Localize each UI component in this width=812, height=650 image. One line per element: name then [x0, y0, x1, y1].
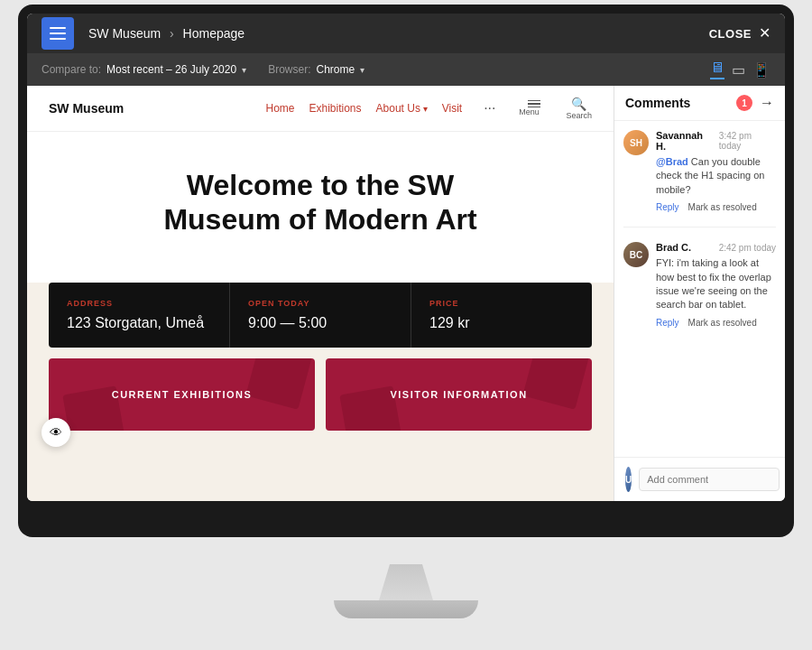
comment1-body: Savannah H. 3:42 pm today @Brad Can you … [656, 130, 776, 212]
comment-divider [623, 227, 776, 228]
nav-search-button[interactable]: 🔍 Search [566, 97, 592, 120]
compare-bar: Compare to: Most recent – 26 July 2020 ▾… [27, 53, 785, 86]
browser-value: Chrome [316, 63, 355, 76]
browser-label: Browser: [268, 63, 310, 76]
breadcrumb-site: SW Museum [88, 26, 161, 41]
comment2-resolve-button[interactable]: Mark as resolved [688, 318, 757, 328]
nav-about[interactable]: About Us [376, 102, 428, 115]
hamburger-icon [50, 27, 66, 40]
breadcrumb-separator: › [170, 26, 178, 41]
comment1-mention: @Brad [656, 156, 688, 167]
comment2-author: Brad C. [656, 242, 691, 253]
screen: SW Museum › Homepage CLOSE ✕ Compare to:… [27, 14, 785, 501]
main-area: SW Museum Home Exhibitions About Us Visi… [27, 86, 785, 501]
address-value: 123 Storgatan, Umeå [67, 315, 211, 331]
cards-row: CURRENT EXHIBITIONS VISITOR INFORMATION [27, 348, 614, 431]
comment2-time: 2:42 pm today [719, 243, 776, 253]
browser-dropdown-icon[interactable]: ▾ [360, 65, 364, 75]
close-label: CLOSE [709, 27, 752, 41]
nav-menu-label: Menu [519, 107, 540, 116]
breadcrumb: SW Museum › Homepage [88, 26, 709, 41]
monitor: SW Museum › Homepage CLOSE ✕ Compare to:… [18, 5, 794, 537]
close-icon: ✕ [759, 26, 770, 41]
breadcrumb-page: Homepage [183, 26, 245, 41]
compare-value: Most recent – 26 July 2020 [106, 63, 236, 76]
close-button[interactable]: CLOSE ✕ [709, 26, 770, 41]
price-label: PRICE [429, 299, 574, 308]
hours-label: OPEN TODAY [248, 299, 392, 308]
browser-select: Browser: Chrome ▾ [268, 63, 364, 76]
comment-item: BC Brad C. 2:42 pm today FYI: i'm taking… [623, 242, 776, 328]
comment2-actions: Reply Mark as resolved [656, 318, 776, 328]
card-visitor-info[interactable]: VISITOR INFORMATION [326, 358, 592, 431]
comment2-text: FYI: i'm taking a look at how best to fi… [656, 256, 776, 312]
comments-badge: 1 [736, 95, 752, 111]
preview-wrapper: SW Museum Home Exhibitions About Us Visi… [27, 86, 614, 501]
comment1-time: 3:42 pm today [719, 131, 776, 151]
info-address: ADDRESS 123 Storgatan, Umeå [49, 283, 230, 348]
hero-title: Welcome to the SW Museum of Modern Art [104, 168, 537, 237]
price-value: 129 kr [429, 315, 574, 331]
comments-title: Comments [625, 96, 731, 110]
stand-neck [379, 564, 433, 600]
comment2-body: Brad C. 2:42 pm today FYI: i'm taking a … [656, 242, 776, 328]
comment-item: SH Savannah H. 3:42 pm today @Brad Can y… [623, 130, 776, 212]
menu-lines-icon [528, 100, 540, 108]
comment1-author: Savannah H. [656, 130, 715, 152]
compare-dropdown-icon[interactable]: ▾ [242, 65, 246, 75]
card-exhibitions-label: CURRENT EXHIBITIONS [112, 389, 253, 400]
comment-input-area: U [614, 457, 785, 501]
hamburger-button[interactable] [42, 17, 74, 50]
mobile-icon[interactable]: 📱 [752, 61, 770, 79]
monitor-stand [334, 564, 478, 618]
comments-panel: Comments 1 → SH Savannah H. [614, 86, 785, 501]
compare-label: Compare to: [42, 63, 101, 76]
card-visitor-label: VISITOR INFORMATION [390, 389, 527, 400]
card-exhibitions[interactable]: CURRENT EXHIBITIONS [49, 358, 315, 431]
search-icon: 🔍 [571, 97, 586, 111]
comments-header: Comments 1 → [614, 86, 785, 121]
nav-menu-button[interactable]: Menu [517, 100, 540, 117]
info-price: PRICE 129 kr [411, 283, 592, 348]
comment1-text: @Brad Can you double check the H1 spacin… [656, 155, 776, 197]
hero-section: Welcome to the SW Museum of Modern Art [27, 132, 614, 283]
museum-logo: SW Museum [49, 101, 124, 116]
tablet-icon[interactable]: ▭ [732, 61, 745, 79]
comment1-resolve-button[interactable]: Mark as resolved [688, 202, 757, 212]
eye-button[interactable]: 👁 [42, 418, 70, 447]
hours-value: 9:00 — 5:00 [248, 315, 392, 331]
comment-input[interactable] [639, 468, 780, 491]
comments-next-icon[interactable]: → [760, 95, 774, 111]
info-bar: ADDRESS 123 Storgatan, Umeå OPEN TODAY 9… [49, 283, 592, 348]
comment1-header: Savannah H. 3:42 pm today [656, 130, 776, 152]
top-bar: SW Museum › Homepage CLOSE ✕ [27, 14, 785, 53]
comment1-actions: Reply Mark as resolved [656, 202, 776, 212]
avatar-brad: BC [623, 242, 649, 267]
comment2-reply-button[interactable]: Reply [656, 318, 679, 328]
comments-list: SH Savannah H. 3:42 pm today @Brad Can y… [614, 121, 785, 457]
address-label: ADDRESS [67, 299, 211, 308]
nav-home[interactable]: Home [265, 102, 294, 115]
comment2-header: Brad C. 2:42 pm today [656, 242, 776, 253]
info-hours: OPEN TODAY 9:00 — 5:00 [230, 283, 411, 348]
card2-decoration-top [522, 358, 588, 410]
eye-icon: 👁 [50, 425, 62, 440]
stand-base [334, 600, 478, 618]
preview-area: SW Museum Home Exhibitions About Us Visi… [27, 86, 614, 501]
device-icons: 🖥 ▭ 📱 [710, 60, 770, 79]
nav-exhibitions[interactable]: Exhibitions [309, 102, 362, 115]
nav-search-label: Search [566, 111, 592, 120]
avatar-savannah: SH [623, 130, 649, 155]
comment1-reply-button[interactable]: Reply [656, 202, 679, 212]
museum-nav: SW Museum Home Exhibitions About Us Visi… [27, 86, 614, 132]
compare-to: Compare to: Most recent – 26 July 2020 ▾ [42, 63, 246, 76]
avatar-current-user: U [625, 467, 632, 492]
nav-more-icon[interactable]: ··· [484, 100, 495, 116]
nav-visit[interactable]: Visit [442, 102, 462, 115]
desktop-icon[interactable]: 🖥 [710, 60, 724, 79]
museum-nav-links: Home Exhibitions About Us Visit ··· Menu [265, 97, 592, 120]
card1-decoration-top [245, 358, 311, 410]
